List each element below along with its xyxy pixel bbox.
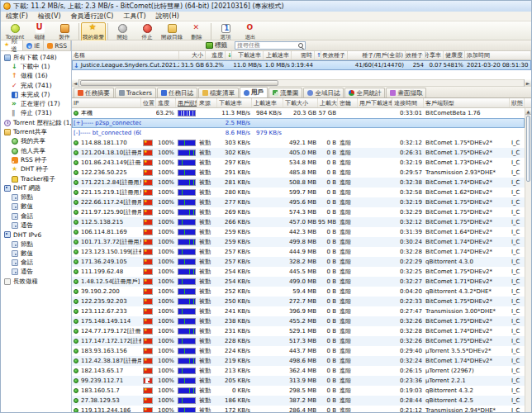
peer-column-header[interactable]: 連接時間 (392, 98, 424, 107)
task-column-header[interactable]: 需時 (292, 51, 315, 59)
task-toolbar-icon[interactable] (163, 42, 171, 50)
peer-row[interactable]: 99.239.112.71 100% 被動 205 KB/s 313.9 MB … (72, 376, 525, 386)
sidebar-tree-item[interactable]: 會話 (1, 259, 71, 268)
sidebar-tree-item[interactable]: 節點 (1, 240, 71, 249)
sidebar-tree-item[interactable]: 長效做種 (1, 277, 71, 286)
peer-row[interactable]: 111.199.62.48 100% 被動 254 KB/s 445.5 MB … (72, 267, 525, 277)
menu-item[interactable]: 檔案(F) (1, 12, 33, 21)
peer-row[interactable]: [-]----- bt_connected (60) 8.6 MB/s 979 … (72, 128, 525, 138)
peer-row[interactable]: 121.204.18.10[註冊用戶] 100% 被動 302 KB/s 405… (72, 148, 525, 158)
task-toolbar-icon[interactable] (143, 42, 151, 50)
task-toolbar-icon[interactable] (173, 42, 181, 50)
menu-item[interactable]: 會員通行證(C) (66, 12, 119, 21)
sidebar-tree-item[interactable]: 通告 (1, 221, 71, 230)
task-toolbar-icon[interactable] (74, 42, 82, 50)
task-column-header[interactable]: ↓ (226, 51, 232, 59)
toolbar-button[interactable]: 刪除 (184, 22, 209, 42)
scroll-left-arrow[interactable]: ◄ (72, 79, 79, 87)
peer-row[interactable]: 112.42.38.187[註冊用戶] 100% 被動 219 KB/s 498… (72, 356, 525, 366)
sidebar-tree-item[interactable]: 做種 (16) (1, 72, 71, 81)
peer-row[interactable]: [+]----- p2sp_connected (75) 2.5 MB/s (72, 118, 525, 128)
search-input[interactable] (237, 42, 298, 49)
detail-tab[interactable]: 流量圖 (268, 88, 303, 97)
sidebar-tree-item[interactable]: 數值 (1, 202, 71, 211)
toolbar-button[interactable]: 開始 (110, 22, 135, 42)
peer-row[interactable]: 106.114.81.169 100% 被動 259 KB/s 442.3 MB… (72, 227, 525, 237)
vertical-scroll-thumb[interactable] (526, 116, 530, 182)
peer-column-header[interactable]: 進度 (156, 98, 176, 107)
peer-column-header[interactable]: 下載速率 (217, 98, 252, 107)
task-column-header[interactable]: 大小 (179, 51, 206, 59)
sidebar-tree-item[interactable]: RSS 种子 (1, 155, 71, 164)
peer-column-header[interactable]: 用戶狀態 (176, 98, 197, 107)
menu-item[interactable]: 工具(T) (118, 12, 150, 21)
peer-column-header[interactable]: 來源 (197, 98, 217, 107)
peer-row[interactable]: 123.112.67.233 100% 被動 241 KB/s 396.9 MB… (72, 306, 525, 316)
sidebar-tree-item[interactable]: DHT 網路 (1, 183, 71, 192)
sidebar-tree-item[interactable]: 正在運行 (17) (1, 99, 71, 108)
task-toolbar-icon[interactable] (93, 42, 102, 50)
peer-row[interactable]: 本機 63.2% 11.3 MB/s 984 KB/s 20.3 GB 1.57… (72, 108, 525, 118)
task-row[interactable]: ↓Justice.League.Snyders.Cut.2021.2160p.H… (72, 60, 531, 70)
peer-column-header[interactable]: IP (72, 98, 141, 107)
sidebar-tree-item[interactable]: 所有下載 (748) (1, 53, 71, 62)
peer-row[interactable]: 182.143.65.17 100% 被動 213 KB/s 362.4 MB … (72, 366, 525, 376)
peer-row[interactable]: 171.221.2.84[註冊用戶] 100% 被動 281 KB/s 508.… (72, 178, 525, 188)
detail-tab[interactable]: 任務摘要 (74, 88, 114, 97)
toolbar-button[interactable]: 開啟目錄 (159, 22, 184, 42)
peer-column-header[interactable]: 客戶端類型 (424, 98, 510, 107)
sidebar-tree-item[interactable]: Tracker種子 (1, 174, 71, 183)
peer-row[interactable]: 122.236.50.225 100% 被動 291 KB/s 485.8 MB… (72, 168, 525, 178)
sidebar-tree-item[interactable]: 下載中 (1) (1, 62, 71, 71)
detail-tab[interactable]: 全域日誌 (303, 88, 344, 97)
menu-item[interactable]: 檢視(V) (33, 12, 66, 21)
sidebar-tree-item[interactable]: Torrent 歷程記錄 (1,743) (1, 118, 71, 127)
peer-row[interactable]: 175.148.149.114 100% 被動 238 KB/s 455.2 M… (72, 316, 525, 326)
peer-row[interactable]: 101.71.37.72[註冊用戶] 100% 被動 259 KB/s 499.… (72, 237, 525, 247)
task-column-header[interactable]: 進度 (206, 51, 226, 59)
task-column-header[interactable]: 添加時間 (465, 51, 531, 59)
peer-column-header[interactable]: 位置 (141, 98, 156, 107)
sidebar-tree-item[interactable]: 節點 (1, 192, 71, 202)
scroll-up-arrow[interactable]: ▲ (525, 108, 531, 115)
sidebar-tree-item[interactable]: 數值 (1, 249, 71, 258)
toolbar-button[interactable]: 停止 (135, 22, 159, 42)
sidebar-tree-item[interactable]: 我的共享 (1, 137, 71, 146)
sidebar-tab[interactable]: IE (23, 40, 44, 50)
peer-row[interactable]: 101.86.243.149[註冊用戶] 100% 被動 297 KB/s 53… (72, 158, 525, 168)
task-toolbar-icon[interactable] (113, 42, 121, 50)
task-column-header[interactable]: 名稱 (72, 51, 179, 59)
peer-row[interactable]: 123.123.150.199[註冊用戶] 100% 被動 257 KB/s 4… (72, 247, 525, 257)
peer-column-header[interactable]: 用戶下載速率 (358, 98, 392, 107)
detail-tab[interactable]: Trackers (115, 88, 156, 97)
scroll-thumb[interactable] (80, 80, 278, 86)
sidebar-tree-item[interactable]: 完成 (741) (1, 81, 71, 90)
sidebar-tree-item[interactable]: 他人共享 (1, 146, 71, 155)
detail-tab[interactable]: 檔案清單 (198, 88, 239, 97)
toolbar-button[interactable]: 磁鏈 (27, 22, 52, 42)
detail-tab[interactable]: 用戶 (240, 87, 268, 97)
task-column-header[interactable]: 分享率 (425, 51, 444, 59)
peer-column-header[interactable]: 下載大小 (283, 98, 318, 107)
sidebar-tab[interactable]: RSS (44, 40, 71, 50)
task-column-header[interactable]: 長效種子 (406, 51, 425, 59)
peer-row[interactable]: 39.190.2.200 100% 被動 252 KB/s 59.4 MB 0 … (72, 287, 525, 297)
peer-row[interactable]: 221.15.219.1[註冊用戶] 100% 被動 280 KB/s 599.… (72, 188, 525, 197)
peer-row[interactable]: 183.160.51.7 100% 被動 0 KB/s 298.5 MB 0 B… (72, 386, 525, 396)
detail-tab[interactable]: 任務日誌 (157, 88, 197, 97)
peer-row[interactable]: 119.131.244.186 100% 被動 172 KB/s 286.4 M… (72, 406, 525, 413)
peer-row[interactable]: 114.88.181.170 100% 被動 303 KB/s 492.1 MB… (72, 138, 525, 148)
peer-row[interactable]: 211.97.125.90[註冊用戶] 100% 被動 269 KB/s 574… (72, 207, 525, 217)
search-icon[interactable] (298, 43, 303, 48)
sidebar-tree-item[interactable]: 停止 (731) (1, 109, 71, 118)
peer-column-header[interactable]: 上載速率 (252, 98, 283, 107)
peer-row[interactable]: 171.36.249.105 100% 被動 257 KB/s 328.2 MB… (72, 257, 525, 267)
peer-column-header[interactable]: 密鑰 (338, 98, 358, 107)
detail-tab[interactable]: 畫面擷取 (386, 88, 426, 97)
task-toolbar-icon[interactable] (103, 42, 112, 50)
detail-tab[interactable]: 全局統計 (344, 88, 385, 97)
toolbar-button[interactable]: 製作 (52, 22, 77, 42)
peer-row[interactable]: 183.93.163.156 100% 被動 224 KB/s 443.7 MB… (72, 346, 525, 356)
toolbar-button[interactable]: 退出 (238, 22, 263, 42)
sidebar-tab[interactable]: 頻道 (1, 40, 23, 50)
